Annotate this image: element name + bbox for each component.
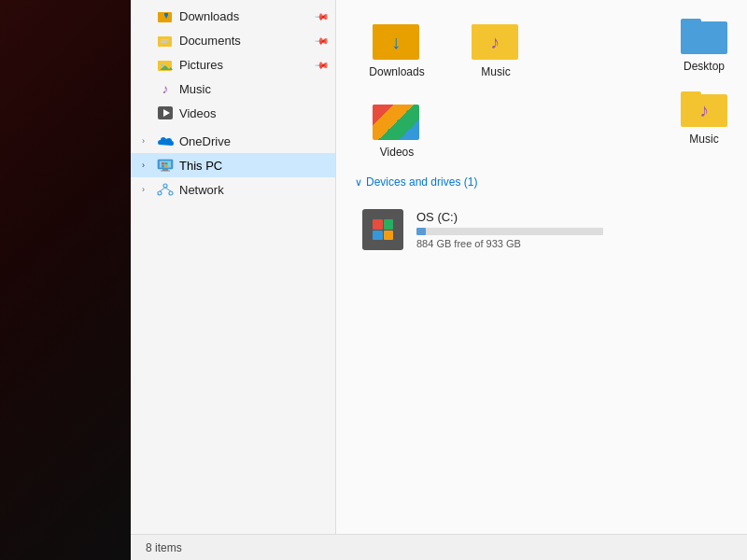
- folder-label: Videos: [380, 146, 414, 159]
- onedrive-icon: [157, 133, 174, 149]
- devices-header-text: Devices and drives (1): [366, 175, 477, 189]
- svg-rect-18: [162, 162, 164, 165]
- svg-point-10: [162, 64, 164, 67]
- pin-icon: 📌: [315, 8, 330, 23]
- folder-item-videos[interactable]: Videos: [355, 95, 439, 164]
- sidebar-item-music[interactable]: ♪ Music: [131, 77, 335, 101]
- nav-panel: Downloads 📌 Documents 📌: [131, 0, 336, 560]
- sidebar-item-label: OneDrive: [179, 134, 231, 148]
- folder-music-icon: ♪: [472, 21, 520, 60]
- svg-point-22: [163, 184, 167, 188]
- folder-pictures-icon: [157, 56, 174, 73]
- folder-item-desktop-partial[interactable]: Desktop: [667, 15, 741, 73]
- svg-rect-17: [161, 171, 170, 172]
- svg-line-26: [165, 188, 171, 191]
- sidebar-item-label: Videos: [179, 106, 217, 120]
- svg-line-25: [160, 188, 165, 191]
- svg-rect-3: [164, 13, 168, 15]
- sidebar-item-label: This PC: [179, 159, 222, 173]
- devices-section: ∨ Devices and drives (1): [355, 175, 728, 259]
- drive-item-c[interactable]: OS (C:) 884 GB free of 933 GB: [355, 200, 728, 259]
- sidebar-item-label: Music: [179, 82, 211, 96]
- svg-point-23: [158, 191, 162, 195]
- pin-icon: 📌: [315, 33, 330, 48]
- sidebar-item-label: Downloads: [179, 9, 239, 23]
- folder-item-music[interactable]: ♪ Music: [454, 15, 538, 84]
- sidebar-item-label: Network: [179, 183, 224, 197]
- thispc-icon: [157, 157, 174, 174]
- folder-documents-icon: [157, 32, 174, 49]
- sidebar-item-thispc[interactable]: › This PC: [131, 153, 335, 177]
- expand-arrow: ›: [142, 136, 155, 146]
- expand-arrow: ›: [142, 185, 155, 194]
- right-partial-area: Desktop ♪ Music: [663, 0, 747, 187]
- item-count: 8 items: [146, 541, 182, 554]
- svg-rect-1: [158, 12, 163, 15]
- network-icon: [157, 181, 174, 198]
- drive-c-icon: [360, 207, 405, 252]
- sidebar-item-videos[interactable]: Videos: [131, 101, 335, 125]
- sidebar-item-onedrive[interactable]: › OneDrive: [131, 129, 335, 153]
- svg-rect-21: [165, 165, 168, 168]
- drive-c-info: OS (C:) 884 GB free of 933 GB: [416, 210, 723, 249]
- svg-rect-20: [162, 165, 164, 168]
- folder-downloads-icon: ↓: [373, 21, 421, 60]
- drive-c-space: 884 GB free of 933 GB: [416, 238, 723, 249]
- status-bar: 8 items: [131, 534, 747, 560]
- svg-rect-19: [165, 162, 168, 165]
- sidebar-item-label: Pictures: [179, 58, 223, 72]
- svg-rect-7: [161, 42, 167, 44]
- sidebar-item-downloads[interactable]: Downloads 📌: [131, 4, 335, 28]
- folder-videos-icon: [373, 101, 421, 140]
- svg-rect-5: [158, 36, 163, 39]
- decorative-left-edge: [0, 0, 131, 560]
- music-note-icon: ♪: [157, 80, 174, 97]
- expand-arrow: ›: [142, 161, 155, 170]
- folder-item-downloads[interactable]: ↓ Downloads: [355, 15, 439, 84]
- pin-icon: 📌: [315, 57, 330, 72]
- svg-rect-9: [158, 61, 163, 63]
- drive-c-bar: [416, 228, 603, 235]
- folder-music-right-label: Music: [689, 133, 718, 146]
- svg-point-24: [169, 191, 173, 195]
- folder-download-icon: [157, 7, 174, 24]
- sidebar-item-label: Documents: [179, 34, 241, 48]
- folder-desktop-label: Desktop: [684, 60, 725, 73]
- drive-c-name: OS (C:): [416, 210, 723, 224]
- chevron-icon: ∨: [355, 176, 362, 189]
- folder-item-music-right[interactable]: ♪ Music: [667, 88, 741, 146]
- folder-label: Music: [481, 65, 510, 78]
- videos-icon: [157, 105, 174, 121]
- sidebar-item-network[interactable]: › Network: [131, 177, 335, 202]
- sidebar-item-pictures[interactable]: Pictures 📌: [131, 52, 335, 77]
- file-explorer-window: Downloads 📌 Documents 📌: [131, 0, 747, 560]
- sidebar-item-documents[interactable]: Documents 📌: [131, 28, 335, 52]
- folder-label: Downloads: [369, 65, 424, 78]
- drive-c-bar-fill: [416, 228, 426, 235]
- svg-rect-6: [161, 39, 169, 41]
